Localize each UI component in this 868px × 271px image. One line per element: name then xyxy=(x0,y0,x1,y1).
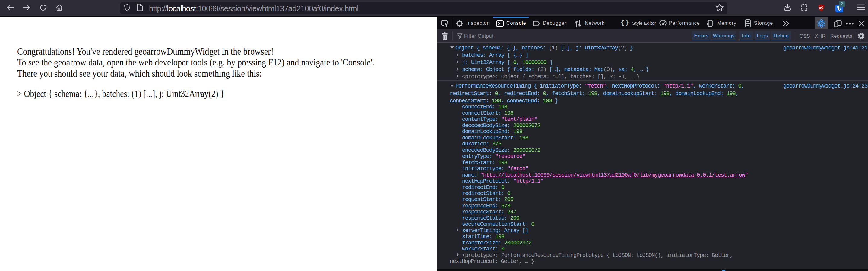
svg-text:uO: uO xyxy=(819,6,824,9)
